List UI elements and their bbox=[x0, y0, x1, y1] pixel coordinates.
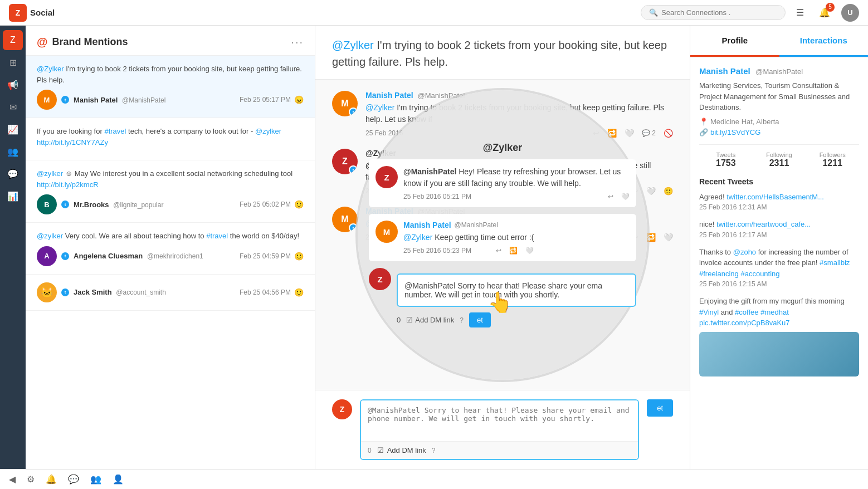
emoji-btn[interactable]: 🙂 bbox=[664, 187, 673, 195]
stat-following-val: 2311 bbox=[753, 158, 806, 168]
mag-dm-check[interactable]: ☑ Add DM link bbox=[406, 316, 454, 324]
nav-messages[interactable]: ✉ bbox=[3, 97, 23, 117]
profile-handle: @ManishPatel bbox=[755, 67, 803, 76]
mag-retweet-icon-2[interactable]: 🔁 bbox=[509, 247, 518, 255]
reply-btn[interactable]: ↩ bbox=[593, 129, 599, 138]
feed-item[interactable]: If you are looking for #travel tech, her… bbox=[26, 118, 315, 160]
reply-btn[interactable]: ↩ bbox=[632, 187, 638, 195]
sidebar-more-btn[interactable]: ··· bbox=[291, 36, 304, 48]
tweet-item: Z t @Zylker @ManishPatel Hey! Please try… bbox=[332, 149, 673, 195]
reply-btn[interactable]: ↩ bbox=[632, 233, 638, 242]
tweet-author: Manish Patel bbox=[365, 207, 413, 216]
mention-link[interactable]: @zylker bbox=[255, 127, 281, 135]
hashtag-link[interactable]: #travel bbox=[206, 232, 228, 240]
tweet-item: M t Manish Patel @ManishPatel @Zylker Ke… bbox=[332, 207, 673, 242]
at-symbol: @ bbox=[37, 36, 48, 48]
search-input[interactable] bbox=[661, 8, 777, 17]
retweet-btn[interactable]: 🔁 bbox=[607, 129, 617, 138]
stat-following: Following 2311 bbox=[753, 151, 806, 168]
mag-compose-area: Z @ManishPatel Sorry to hear that! Pleas… bbox=[369, 268, 636, 327]
feed-item[interactable]: 🐱 t Jack Smith @account_smith Feb 25 04:… bbox=[26, 275, 315, 311]
nav-support[interactable]: 💬 bbox=[3, 164, 23, 184]
flag-btn[interactable]: 🚫 bbox=[664, 129, 673, 138]
pic-link[interactable]: pic.twitter.com/pCpB8vaKu7 bbox=[699, 319, 790, 327]
zoho-link[interactable]: @zoho bbox=[733, 248, 756, 256]
hashtag-link[interactable]: #travel bbox=[104, 127, 126, 135]
recent-tweet-img bbox=[699, 332, 859, 376]
location-icon: 📍 bbox=[699, 118, 708, 126]
nav-contacts[interactable]: 👥 bbox=[3, 141, 23, 162]
mention-link[interactable]: @zylker bbox=[37, 232, 63, 240]
reply-submit-btn[interactable]: et bbox=[647, 399, 673, 417]
zylker-link[interactable]: @Zylker bbox=[332, 39, 374, 51]
nav-analytics[interactable]: 📈 bbox=[3, 119, 23, 139]
like-btn[interactable]: 🤍 bbox=[664, 233, 673, 242]
mag-reply-btn[interactable]: et bbox=[469, 312, 491, 327]
tweet-main-text: @Zylker I'm trying to book 2 tickets fro… bbox=[332, 37, 673, 70]
mag-dm-label: Add DM link bbox=[415, 316, 454, 324]
profile-name[interactable]: Manish Patel bbox=[699, 66, 750, 76]
logo: Z Social bbox=[9, 4, 55, 22]
checkbox-icon[interactable]: ☑ bbox=[406, 316, 413, 324]
right-tabs: Profile Interactions bbox=[690, 26, 868, 57]
dm-check[interactable]: ☑ Add DM link bbox=[377, 446, 426, 454]
stat-followers-val: 1211 bbox=[806, 158, 859, 168]
link-text: bit.ly/1SVdYCG bbox=[710, 128, 760, 136]
stat-tweets: Tweets 1753 bbox=[699, 151, 753, 168]
nav-dashboard[interactable]: ⊞ bbox=[3, 52, 23, 72]
bottom-chat[interactable]: 💬 bbox=[68, 474, 79, 485]
time-text: Feb 25 05:17 PM bbox=[240, 96, 291, 104]
tweet-item: M t Manish Patel @ManishPatel @Zylker I'… bbox=[332, 91, 673, 138]
bottom-bell[interactable]: 🔔 bbox=[46, 474, 57, 485]
checkbox-icon[interactable]: ☑ bbox=[377, 446, 384, 454]
mention-link[interactable]: @Zylker bbox=[365, 103, 394, 112]
ext-link[interactable]: http://bit.ly/1CNY7AZy bbox=[37, 138, 108, 146]
bottom-user-add[interactable]: 👤 bbox=[113, 474, 124, 485]
bottom-users[interactable]: 👥 bbox=[90, 474, 101, 485]
tab-profile[interactable]: Profile bbox=[690, 26, 779, 57]
profile-link[interactable]: 🔗 bit.ly/1SVdYCG bbox=[699, 128, 859, 136]
retweet-btn[interactable]: 🔁 bbox=[646, 233, 656, 242]
sidebar: @ Brand Mentions ··· @Zylker I'm trying … bbox=[26, 26, 315, 469]
menu-icon[interactable]: ☰ bbox=[792, 5, 808, 21]
user-info: Mr.Brooks @lignite_popular bbox=[74, 201, 235, 209]
user-handle: @account_smith bbox=[116, 288, 166, 296]
topbar: Z Social 🔍 ☰ 🔔 5 U bbox=[0, 0, 868, 26]
mag-reply-wrap: @ManishPatel Sorry to hear that! Please … bbox=[397, 268, 636, 327]
like-btn[interactable]: 🤍 bbox=[646, 187, 656, 195]
nav-home[interactable]: Z bbox=[3, 30, 23, 50]
hash-freelancing: #freelancing bbox=[699, 270, 739, 278]
bottom-settings[interactable]: ⚙ bbox=[27, 474, 35, 485]
sidebar-title: @ Brand Mentions bbox=[37, 36, 128, 48]
rt-link-2[interactable]: twitter.com/heartwood_cafe... bbox=[716, 220, 811, 228]
stat-tweets-val: 1753 bbox=[699, 158, 753, 168]
mag-help-icon[interactable]: ? bbox=[460, 316, 464, 324]
twitter-logo: t bbox=[61, 201, 69, 208]
tweet-thread[interactable]: M t Manish Patel @ManishPatel @Zylker I'… bbox=[315, 80, 690, 390]
mag-reply-icon-2[interactable]: ↩ bbox=[496, 247, 501, 255]
mention-link[interactable]: @Zylker bbox=[37, 65, 64, 73]
feed-item[interactable]: @zylker ☺ May We interest you in a excel… bbox=[26, 160, 315, 223]
nav-reports[interactable]: 📊 bbox=[3, 186, 23, 206]
mention-link[interactable]: @zylker bbox=[37, 169, 63, 178]
tab-interactions[interactable]: Interactions bbox=[779, 26, 869, 57]
nav-broadcast[interactable]: 📢 bbox=[3, 75, 23, 95]
mention-link[interactable]: @Zylker bbox=[365, 219, 394, 228]
bottom-arrow-left[interactable]: ◀ bbox=[9, 474, 16, 485]
help-icon[interactable]: ? bbox=[432, 447, 436, 454]
recent-tweet-2: nice! twitter.com/heartwood_cafe... 25 F… bbox=[699, 219, 859, 239]
feed-item[interactable]: @zylker Very cool. We are all about teac… bbox=[26, 223, 315, 275]
mag-reply-box[interactable]: @ManishPatel Sorry to hear that! Please … bbox=[397, 273, 636, 307]
reply-input[interactable] bbox=[361, 400, 638, 439]
feed-item[interactable]: @Zylker I'm trying to book 2 tickets fro… bbox=[26, 56, 315, 118]
dm-label: Add DM link bbox=[387, 446, 426, 454]
user-name: Jack Smith bbox=[74, 288, 112, 296]
user-avatar[interactable]: U bbox=[841, 4, 859, 22]
ext-link[interactable]: http://bit.ly/p2kmcR bbox=[37, 180, 99, 189]
like-btn[interactable]: 🤍 bbox=[625, 129, 634, 138]
notification-icon[interactable]: 🔔 5 bbox=[817, 5, 832, 21]
recent-tweet-time-2: 25 Feb 2016 12:17 AM bbox=[699, 231, 859, 239]
mag-like-icon-2[interactable]: 🤍 bbox=[525, 247, 534, 255]
rt-link-1[interactable]: twitter.com/HellsBasementM... bbox=[726, 193, 824, 201]
search-bar[interactable]: 🔍 bbox=[641, 5, 786, 20]
